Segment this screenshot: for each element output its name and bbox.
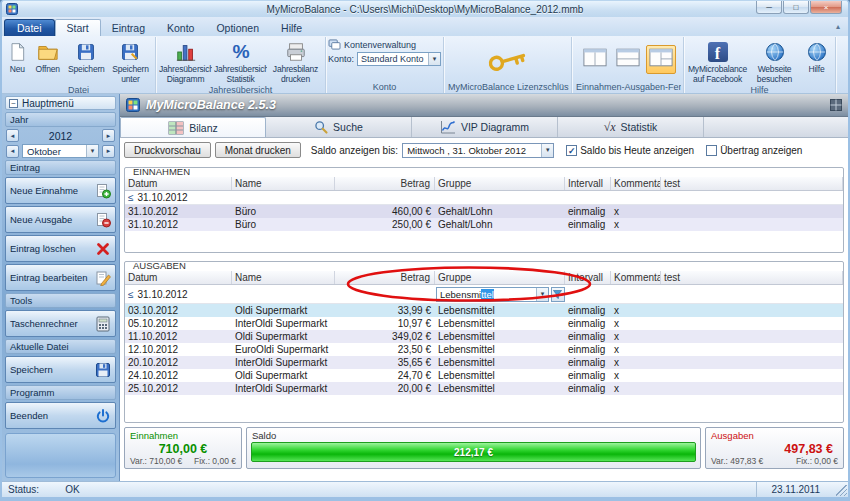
table-row[interactable]: 11.10.2012Oldi Supermarkt349,02 €Lebensm… xyxy=(125,330,843,343)
window-title: MyMicroBalance - C:\Users\Michi\Desktop\… xyxy=(2,4,848,15)
month-next-button[interactable]: ► xyxy=(102,145,115,158)
column-header-betrag[interactable]: Betrag xyxy=(335,177,435,190)
layout-horizontal-split-button[interactable] xyxy=(613,45,643,74)
ausgaben-legend: AUSGABEN xyxy=(130,261,189,271)
aktuelle-datei-section-label: Aktuelle Datei xyxy=(5,339,116,354)
chevron-down-icon: ▾ xyxy=(428,53,440,65)
hilfe-button[interactable]: Hilfe xyxy=(801,38,833,75)
tab-bilanz[interactable]: Bilanz xyxy=(120,117,266,137)
eintrag-bearbeiten-button[interactable]: Eintrag bearbeiten xyxy=(5,264,116,291)
saldo-heute-checkbox[interactable]: ✓ Saldo bis Heute anzeigen xyxy=(566,145,694,156)
statusbar: Status: OK 23.11.2011 xyxy=(2,481,848,497)
neue-einnahme-button[interactable]: Neue Einnahme xyxy=(5,177,116,204)
layout-vertical-split-button[interactable] xyxy=(580,45,610,74)
tab-optionen[interactable]: Optionen xyxy=(205,20,270,36)
table-cell: 31.10.2012 xyxy=(125,218,232,231)
speichern-button[interactable]: Speichern xyxy=(65,38,108,75)
ribbon-group-lizenz: MyMicroBalance Lizenzschlüssel xyxy=(444,37,572,93)
einnahmen-summary: Einnahmen 710,00 € Var.: 710,00 € Fix.: … xyxy=(124,427,242,469)
monat-drucken-button[interactable]: Monat drucken xyxy=(215,142,301,158)
column-header-kommentar[interactable]: Kommentar xyxy=(611,271,661,284)
beenden-button[interactable]: Beenden xyxy=(5,402,116,429)
konto-select[interactable]: Standard Konto ▾ xyxy=(357,52,441,66)
column-header-name[interactable]: Name xyxy=(232,271,335,284)
eintrag-loeschen-button[interactable]: Eintrag löschen xyxy=(5,235,116,262)
table-cell: 12.10.2012 xyxy=(125,343,232,356)
uebertrag-checkbox[interactable]: Übertrag anzeigen xyxy=(706,145,802,156)
column-header-intervall[interactable]: Intervall xyxy=(565,271,611,284)
druckvorschau-button[interactable]: Druckvorschau xyxy=(124,142,211,158)
column-header-kommentar[interactable]: Kommentar xyxy=(611,177,661,190)
table-cell: 24,70 € xyxy=(335,369,435,382)
speichern-sidebar-button[interactable]: Speichern xyxy=(5,356,116,383)
neu-button[interactable]: Neu xyxy=(4,38,30,75)
year-previous-button[interactable]: ◄ xyxy=(6,129,19,142)
collapse-icon[interactable]: − xyxy=(9,99,18,108)
close-button[interactable]: × xyxy=(810,1,842,14)
column-header-intervall[interactable]: Intervall xyxy=(565,177,611,190)
filter-apply-button[interactable] xyxy=(551,287,565,302)
svg-text:%: % xyxy=(232,41,249,62)
jahresuebersicht-statistik-button[interactable]: % Jahresübersicht Statistik xyxy=(213,38,268,84)
table-cell: Büro xyxy=(232,218,335,231)
column-header-gruppe[interactable]: Gruppe xyxy=(435,271,565,284)
year-next-button[interactable]: ► xyxy=(102,129,115,142)
neue-ausgabe-button[interactable]: Neue Ausgabe xyxy=(5,206,116,233)
kontenverwaltung-button[interactable]: Kontenverwaltung xyxy=(328,38,441,52)
column-header-datum[interactable]: Datum xyxy=(125,177,232,190)
tab-konto[interactable]: Konto xyxy=(156,20,205,36)
checkbox-icon[interactable] xyxy=(706,145,717,156)
facebook-button[interactable]: f MyMicrobalance auf Facebook xyxy=(687,38,749,84)
saldo-date-value: Mittwoch , 31. Oktober 2012 xyxy=(407,145,526,156)
column-header-name[interactable]: Name xyxy=(232,177,335,190)
table-cell: Oldi Supermarkt xyxy=(232,304,335,317)
tab-hilfe[interactable]: Hilfe xyxy=(270,20,313,36)
jahresuebersicht-diagramm-button[interactable]: Jahresübersicht Diagramm xyxy=(158,38,213,84)
gruppe-filter-combobox[interactable]: Lebensmittel ▾ xyxy=(436,287,549,302)
lizenzschluessel-button[interactable] xyxy=(478,46,538,73)
speichern-unter-button[interactable]: Speichern unter xyxy=(108,38,153,84)
table-row[interactable]: 31.10.2012Büro250,00 €Gehalt/Lohneinmali… xyxy=(125,218,843,231)
webseite-button[interactable]: Webseite besuchen xyxy=(749,38,801,84)
minimize-button[interactable]: ─ xyxy=(756,1,782,14)
window-grid-icon[interactable] xyxy=(830,99,842,111)
tab-suche[interactable]: Suche xyxy=(266,117,412,137)
ribbon-collapse-icon[interactable]: ▴ xyxy=(832,21,844,33)
table-cell: 10,97 € xyxy=(335,317,435,330)
hauptmenue-header[interactable]: − Hauptmenü xyxy=(5,96,116,110)
tab-eintrag[interactable]: Eintrag xyxy=(101,20,156,36)
checkbox-icon[interactable]: ✓ xyxy=(566,145,577,156)
tab-statistik[interactable]: √x Statistik xyxy=(558,117,704,137)
column-header-test[interactable]: test xyxy=(661,271,843,284)
jahresbilanz-drucken-button[interactable]: Jahresbilanz drucken xyxy=(268,38,323,84)
oeffnen-button[interactable]: Öffnen xyxy=(30,38,64,75)
tab-vip-diagramm[interactable]: VIP Diagramm xyxy=(412,117,558,137)
table-row[interactable]: 25.10.2012InterOldi Supermarkt20,00 €Leb… xyxy=(125,382,843,395)
month-previous-button[interactable]: ◄ xyxy=(6,145,19,158)
datum-filter-cell[interactable]: ≤31.10.2012 xyxy=(125,192,232,203)
column-header-test[interactable]: test xyxy=(661,177,843,190)
column-header-betrag[interactable]: Betrag xyxy=(335,271,435,284)
tab-start[interactable]: Start xyxy=(55,19,101,36)
table-row[interactable]: 31.10.2012Büro460,00 €Gehalt/Lohneinmali… xyxy=(125,205,843,218)
new-expense-icon xyxy=(95,212,111,228)
maximize-button[interactable]: □ xyxy=(783,1,809,14)
window-combined-split-icon xyxy=(649,48,673,67)
ausgaben-var: Var.: 497,83 € xyxy=(711,456,763,466)
layout-combined-button[interactable] xyxy=(646,45,676,74)
taschenrechner-button[interactable]: Taschenrechner xyxy=(5,310,116,337)
column-header-datum[interactable]: Datum xyxy=(125,271,232,284)
app-logo-icon xyxy=(126,98,140,112)
resize-grip[interactable] xyxy=(836,485,847,496)
table-row[interactable]: 20.10.2012InterOldi Supermarkt35,65 €Leb… xyxy=(125,356,843,369)
month-select[interactable]: Oktober ▾ xyxy=(22,144,99,158)
table-row[interactable]: 12.10.2012EuroOldi Supermarkt23,50 €Lebe… xyxy=(125,343,843,356)
table-row[interactable]: 03.10.2012Oldi Supermarkt33,99 €Lebensmi… xyxy=(125,304,843,317)
datum-filter-cell[interactable]: ≤31.10.2012 xyxy=(125,289,232,300)
column-header-gruppe[interactable]: Gruppe xyxy=(435,177,565,190)
tab-datei[interactable]: Datei xyxy=(4,19,55,36)
saldo-date-select[interactable]: Mittwoch , 31. Oktober 2012 ▾ xyxy=(402,143,554,158)
table-row[interactable]: 24.10.2012Oldi Supermarkt24,70 €Lebensmi… xyxy=(125,369,843,382)
table-cell: einmalig xyxy=(565,205,611,218)
table-row[interactable]: 05.10.2012InterOldi Supermarkt10,97 €Leb… xyxy=(125,317,843,330)
